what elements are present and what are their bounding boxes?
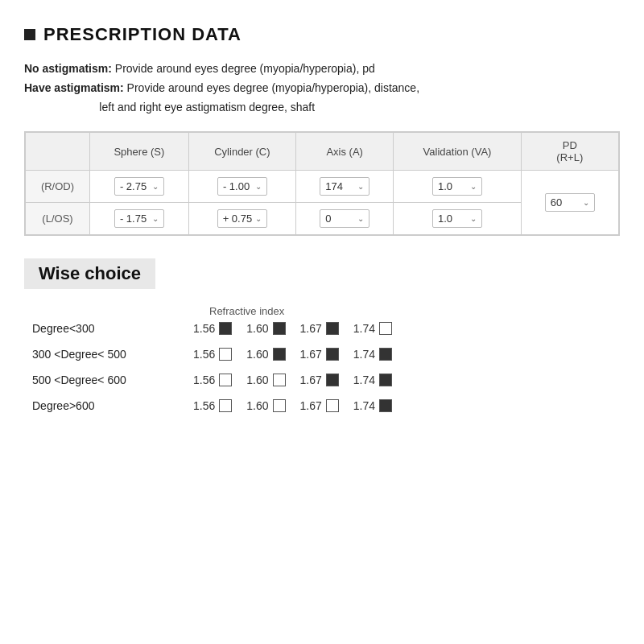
col-header-axis: Axis (A)	[296, 133, 394, 171]
col-header-empty	[26, 133, 90, 171]
pd-select[interactable]: 60 ⌄	[545, 193, 595, 212]
wise-choice-label: Wise choice	[24, 258, 155, 289]
chevron-down-icon: ⌄	[583, 198, 589, 207]
refractive-row: 500 <Degree< 600 1.56 1.60 1.67 1.74	[32, 374, 620, 386]
checkbox-icon[interactable]	[326, 322, 339, 335]
index-value: 1.74	[353, 399, 375, 412]
checkbox-icon[interactable]	[219, 348, 232, 361]
cylinder-rod[interactable]: - 1.00 ⌄	[188, 171, 295, 203]
index-item: 1.60	[246, 348, 285, 361]
sphere-los[interactable]: - 1.75 ⌄	[90, 203, 189, 235]
axis-rod[interactable]: 174 ⌄	[296, 171, 394, 203]
index-value: 1.67	[300, 374, 322, 386]
index-items: 1.56 1.60 1.67 1.74	[193, 322, 392, 335]
index-item: 1.67	[300, 374, 339, 386]
sphere-rod[interactable]: - 2.75 ⌄	[90, 171, 189, 203]
index-item: 1.74	[353, 348, 392, 361]
wise-choice-section: Wise choice Refractive index Degree<300 …	[24, 258, 620, 412]
checkbox-icon[interactable]	[326, 399, 339, 412]
checkbox-icon[interactable]	[219, 374, 232, 386]
index-value: 1.67	[300, 322, 322, 335]
index-value: 1.60	[246, 348, 268, 361]
checkbox-icon[interactable]	[273, 348, 286, 361]
index-item: 1.74	[353, 322, 392, 335]
prescription-table-wrapper: Sphere (S) Cylinder (C) Axis (A) Validat…	[24, 131, 620, 236]
refractive-row: 300 <Degree< 500 1.56 1.60 1.67 1.74	[32, 348, 620, 361]
chevron-down-icon: ⌄	[152, 214, 159, 223]
chevron-down-icon: ⌄	[152, 182, 159, 191]
axis-rod-select[interactable]: 174 ⌄	[320, 177, 369, 196]
row-label-los: (L/OS)	[26, 203, 90, 235]
chevron-down-icon: ⌄	[255, 214, 262, 223]
validation-rod[interactable]: 1.0 ⌄	[394, 171, 521, 203]
refractive-section: Refractive index Degree<300 1.56 1.60 1.…	[24, 305, 620, 412]
chevron-down-icon: ⌄	[357, 182, 364, 191]
index-value: 1.74	[353, 348, 375, 361]
index-items: 1.56 1.60 1.67 1.74	[193, 348, 392, 361]
degree-label: Degree>600	[32, 399, 193, 412]
sphere-los-select[interactable]: - 1.75 ⌄	[114, 209, 164, 228]
page-title: PRESCRIPTION DATA	[43, 24, 242, 45]
checkbox-icon[interactable]	[379, 374, 392, 386]
checkbox-icon[interactable]	[219, 399, 232, 412]
axis-los-select[interactable]: 0 ⌄	[320, 209, 369, 228]
index-item: 1.67	[300, 348, 339, 361]
index-item: 1.56	[193, 374, 232, 386]
instructions-block: No astigmatism: Provide around eyes degr…	[24, 60, 620, 117]
index-items: 1.56 1.60 1.67 1.74	[193, 374, 392, 386]
chevron-down-icon: ⌄	[357, 214, 364, 223]
index-item: 1.56	[193, 399, 232, 412]
prescription-table: Sphere (S) Cylinder (C) Axis (A) Validat…	[25, 132, 619, 235]
checkbox-icon[interactable]	[379, 348, 392, 361]
checkbox-icon[interactable]	[379, 322, 392, 335]
degree-label: 500 <Degree< 600	[32, 374, 193, 386]
col-header-pd: PD(R+L)	[521, 133, 618, 171]
index-items: 1.56 1.60 1.67 1.74	[193, 399, 392, 412]
degree-label: 300 <Degree< 500	[32, 348, 193, 361]
index-item: 1.67	[300, 322, 339, 335]
refractive-row: Degree<300 1.56 1.60 1.67 1.74	[32, 322, 620, 335]
no-astigmatism-text: Provide around eyes degree (myopia/hyper…	[112, 62, 375, 75]
checkbox-icon[interactable]	[273, 374, 286, 386]
chevron-down-icon: ⌄	[470, 182, 477, 191]
cylinder-rod-select[interactable]: - 1.00 ⌄	[217, 177, 267, 196]
section-title: PRESCRIPTION DATA	[24, 24, 620, 45]
index-item: 1.60	[246, 322, 285, 335]
index-value: 1.56	[193, 399, 215, 412]
validation-los-select[interactable]: 1.0 ⌄	[432, 209, 482, 228]
index-value: 1.56	[193, 348, 215, 361]
col-header-sphere: Sphere (S)	[90, 133, 189, 171]
index-item: 1.60	[246, 374, 285, 386]
index-value: 1.56	[193, 374, 215, 386]
cylinder-los-select[interactable]: + 0.75 ⌄	[217, 209, 268, 228]
validation-rod-select[interactable]: 1.0 ⌄	[432, 177, 482, 196]
pd-cell[interactable]: 60 ⌄	[521, 171, 618, 235]
index-item: 1.56	[193, 348, 232, 361]
index-item: 1.60	[246, 399, 285, 412]
checkbox-icon[interactable]	[326, 348, 339, 361]
table-row: (R/OD) - 2.75 ⌄ - 1.00 ⌄ 174	[26, 171, 619, 203]
have-astigmatism-label: Have astigmatism:	[24, 81, 124, 94]
checkbox-icon[interactable]	[326, 374, 339, 386]
axis-los[interactable]: 0 ⌄	[296, 203, 394, 235]
checkbox-icon[interactable]	[273, 322, 286, 335]
validation-los[interactable]: 1.0 ⌄	[394, 203, 521, 235]
refractive-row: Degree>600 1.56 1.60 1.67 1.74	[32, 399, 620, 412]
index-item: 1.74	[353, 374, 392, 386]
index-value: 1.67	[300, 399, 322, 412]
row-label-rod: (R/OD)	[26, 171, 90, 203]
cylinder-los[interactable]: + 0.75 ⌄	[188, 203, 295, 235]
chevron-down-icon: ⌄	[470, 214, 477, 223]
no-astigmatism-line: No astigmatism: Provide around eyes degr…	[24, 60, 620, 79]
sphere-rod-select[interactable]: - 2.75 ⌄	[114, 177, 164, 196]
index-item: 1.56	[193, 322, 232, 335]
checkbox-icon[interactable]	[273, 399, 286, 412]
chevron-down-icon: ⌄	[255, 182, 262, 191]
checkbox-icon[interactable]	[379, 399, 392, 412]
index-value: 1.60	[246, 374, 268, 386]
index-value: 1.74	[353, 322, 375, 335]
col-header-cylinder: Cylinder (C)	[188, 133, 295, 171]
checkbox-icon[interactable]	[219, 322, 232, 335]
index-value: 1.60	[246, 322, 268, 335]
title-square-icon	[24, 29, 35, 40]
